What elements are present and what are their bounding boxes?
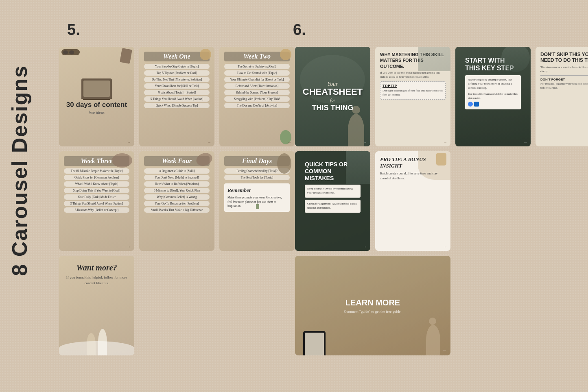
list-item: The #1 Mistake People Make with [Topic] <box>64 168 129 174</box>
dont-forget-section: DON'T FORGET For instance, organize your… <box>540 75 588 90</box>
card-5-5[interactable]: Week Four A Beginner's Guide to [Skill] … <box>139 151 214 251</box>
card-6-1-cheatsheet: CHEATSHEET <box>303 87 363 96</box>
list-item: Quick Wins: [Simple Success Tip] <box>144 103 210 108</box>
list-item: What I Wish I Knew About [Topic] <box>64 181 129 187</box>
section-6-number: 6. <box>293 21 306 39</box>
list-item: Why [Common Belief] is Wrong <box>144 194 210 200</box>
card-6-6[interactable]: PRO TIP: A BONUS INSIGHT Batch create yo… <box>375 151 450 251</box>
card-5-7[interactable]: Want more? If you found this helpful, fo… <box>59 256 134 355</box>
list-item: You Don't Need [Myth] to Succeed! <box>144 175 210 180</box>
section-5-number: 5. <box>67 21 80 39</box>
card-5-1-title: 30 days of content <box>66 101 127 109</box>
top-tip-box: TOP TIP Don't get discouraged if you fin… <box>380 81 446 100</box>
tip-text: Don't get discouraged if you find this h… <box>383 89 443 97</box>
card-6-1[interactable]: Your CHEATSHEET for THIS THING → <box>295 47 370 146</box>
card-6-4-body: This step ensures a specific benefit, li… <box>540 65 588 74</box>
note-title: Remember <box>227 187 286 194</box>
list-item: 5 Things You Should Avoid When [Action] <box>144 96 210 102</box>
remember-note: Remember Make these prompts your own. Ge… <box>224 183 290 212</box>
list-item: Top 5 Tips for [Problem or Goal] <box>144 70 210 76</box>
card-6-7-text: Comment "guide" to get the free guide. <box>344 309 402 314</box>
list-item: 5 Minutes to [Goal]: Your Quick Plan <box>144 188 210 193</box>
card-6-7[interactable]: LEARN MORE Comment "guide" to get the fr… <box>295 256 450 355</box>
list-item: Your Ultimate Checklist for [Event or Ta… <box>224 77 290 82</box>
card-5-7-text: If you found this helpful, follow for mo… <box>65 275 128 286</box>
list-item: A Beginner's Guide to [Skill] <box>144 168 210 174</box>
card-6-2[interactable]: WHY MASTERING THIS SKILL MATTERS FOR THI… <box>375 47 450 146</box>
card-5-1-subtitle: free ideas <box>89 110 105 115</box>
list-item: Your Go-To Resource for [Problem] <box>144 201 210 206</box>
week-four-list: A Beginner's Guide to [Skill] You Don't … <box>144 168 210 213</box>
list-item: Myths About [Topic]—Busted! <box>144 90 210 95</box>
list-item: Small Tweaks That Make a Big Difference <box>144 207 210 213</box>
card-5-6[interactable]: Final Days Feeling Overwhelmed by [Task]… <box>219 151 295 251</box>
card-6-4[interactable]: DON'T SKIP THIS YOU NEED TO DO THIS THIN… <box>536 47 588 146</box>
list-item: Behind the Scenes: [Your Process] <box>224 90 290 95</box>
list-item: The Secret to [Achieving Goal] <box>224 64 290 69</box>
card-6-5[interactable]: QUICK TIPS OR COMMON MISTAKES Keep it si… <box>295 151 370 251</box>
list-item: How to Get Started with [Topic] <box>224 70 290 76</box>
week-two-list: The Secret to [Achieving Goal] How to Ge… <box>224 64 290 108</box>
section-5-grid: 30 days of content free ideas → Week One… <box>59 47 295 355</box>
card-6-2-body: If you want to see this thing happen the… <box>380 71 446 79</box>
card-6-4-title: DON'T SKIP THIS YOU NEED TO DO THIS THIN… <box>540 52 588 63</box>
list-item: The Dos and Don'ts of [Activity] <box>224 103 290 108</box>
card-6-6-title: PRO TIP: A BONUS INSIGHT <box>380 156 446 169</box>
list-item: Your Daily [Task] Made Easier <box>64 194 129 200</box>
tip-title: TOP TIP <box>383 84 443 88</box>
card-6-1-for: for <box>303 98 363 102</box>
list-item: Before and After: [Transformation] <box>224 83 290 89</box>
card-6-5-title: QUICK TIPS OR COMMON MISTAKES <box>305 161 361 181</box>
card-6-3-note-text: Use tools like Canva or Adobe to make th… <box>468 92 518 100</box>
list-item: Your Cheat Sheet for [Skill or Task] <box>144 83 210 89</box>
side-label: 8 Carousel Designs <box>7 65 32 276</box>
card-6-7-title: LEARN MORE <box>345 298 400 307</box>
list-item: 5 Reasons Why [Belief or Concept] <box>64 207 129 213</box>
card-5-2[interactable]: Week One Your Step-by-Step Guide to [Top… <box>139 47 214 146</box>
week-three-list: The #1 Mistake People Make with [Topic] … <box>64 168 129 213</box>
tip-2: Check for alignment: Always double-check… <box>305 200 361 213</box>
week-one-list: Your Step-by-Step Guide to [Topic] Top 5… <box>144 64 210 108</box>
card-5-3[interactable]: Week Two The Secret to [Achieving Goal] … <box>219 47 295 146</box>
df-text: For instance, organize your task into cl… <box>540 82 588 90</box>
card-6-3-body: Always begin by [example action, like de… <box>468 78 518 90</box>
list-item: 3 Things You Should Avoid When [Action] <box>64 201 129 206</box>
card-6-3[interactable]: START WITH THIS KEY STEP Always begin by… <box>455 47 531 146</box>
list-item: Do This, Not That [Mistake vs. Solution] <box>144 77 210 82</box>
list-item: The Best Tools for [Topic] <box>224 175 290 180</box>
df-title: DON'T FORGET <box>540 78 588 81</box>
card-6-3-note: Always begin by [example action, like de… <box>465 75 521 109</box>
list-item: Stop Doing This if You Want to [Goal] <box>64 188 129 193</box>
list-item: Your Step-by-Step Guide to [Topic] <box>144 64 210 69</box>
card-6-1-thing: THIS THING <box>303 104 363 112</box>
list-item: Quick Fixes for [Common Problem] <box>64 175 129 180</box>
section-6-grid: Your CHEATSHEET for THIS THING → WHY MAS… <box>295 47 588 355</box>
card-6-6-body: Batch create your skill to save time and… <box>380 171 446 181</box>
list-item: Here's What to Do When [Problem] <box>144 181 210 187</box>
card-5-7-title: Want more? <box>76 263 117 272</box>
tip-1: Keep it simple: Avoid overcomplicating y… <box>305 185 361 198</box>
card-5-1[interactable]: 30 days of content free ideas → <box>59 47 134 146</box>
list-item: Struggling with [Problem]? Try This! <box>224 96 290 102</box>
card-5-4[interactable]: Week Three The #1 Mistake People Make wi… <box>59 151 134 251</box>
